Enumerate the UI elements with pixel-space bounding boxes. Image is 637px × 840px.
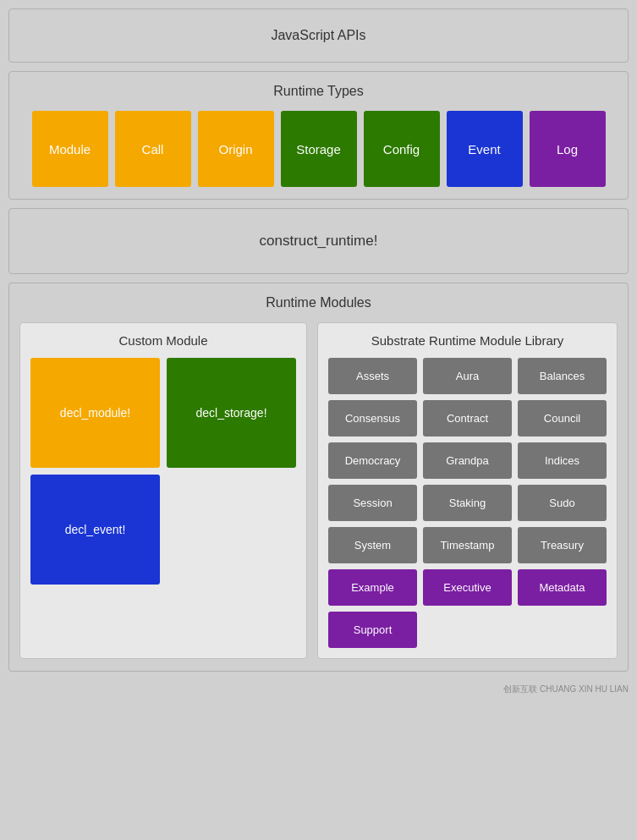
custom-module-title: Custom Module [30,333,296,348]
lib-treasury[interactable]: Treasury [518,527,607,563]
substrate-library-title: Substrate Runtime Module Library [328,333,607,348]
lib-democracy[interactable]: Democracy [328,442,417,479]
type-config[interactable]: Config [364,111,440,187]
type-storage[interactable]: Storage [281,111,357,187]
runtime-types-title: Runtime Types [19,84,618,99]
lib-system[interactable]: System [328,527,417,563]
custom-module-grid: decl_module! decl_storage! decl_event! [30,358,296,585]
lib-support[interactable]: Support [328,612,417,648]
custom-module-box: Custom Module decl_module! decl_storage!… [19,322,307,659]
decl-module-box[interactable]: decl_module! [30,358,160,468]
lib-council[interactable]: Council [518,400,607,436]
watermark: 创新互联 CHUANG XIN HU LIAN [8,680,629,695]
lib-contract[interactable]: Contract [423,400,512,436]
type-call[interactable]: Call [115,111,191,187]
lib-aura[interactable]: Aura [423,358,512,394]
lib-grandpa[interactable]: Grandpa [423,442,512,479]
decl-event-box[interactable]: decl_event! [30,475,160,585]
construct-runtime-title: construct_runtime! [19,233,618,250]
lib-indices[interactable]: Indices [518,442,607,479]
runtime-modules-section: Runtime Modules Custom Module decl_modul… [8,283,629,672]
lib-balances[interactable]: Balances [518,358,607,394]
lib-executive[interactable]: Executive [423,569,512,606]
substrate-library-box: Substrate Runtime Module Library Assets … [317,322,618,659]
lib-timestamp[interactable]: Timestamp [423,527,512,563]
runtime-types-section: Runtime Types Module Call Origin Storage… [8,71,629,200]
lib-assets[interactable]: Assets [328,358,417,394]
lib-consensus[interactable]: Consensus [328,400,417,436]
decl-storage-box[interactable]: decl_storage! [167,358,296,468]
lib-metadata[interactable]: Metadata [518,569,607,606]
javascript-apis-title: JavaScript APIs [19,28,618,43]
type-module[interactable]: Module [32,111,108,187]
lib-example[interactable]: Example [328,569,417,606]
grid-empty-1 [423,612,512,648]
grid-empty-2 [518,612,607,648]
lib-sudo[interactable]: Sudo [518,485,607,521]
runtime-types-grid: Module Call Origin Storage Config Event … [19,111,618,187]
runtime-modules-title: Runtime Modules [19,295,618,310]
construct-runtime-section: construct_runtime! [8,208,629,274]
type-event[interactable]: Event [447,111,523,187]
javascript-apis-section: JavaScript APIs [8,8,629,63]
lib-session[interactable]: Session [328,485,417,521]
lib-staking[interactable]: Staking [423,485,512,521]
type-origin[interactable]: Origin [198,111,274,187]
substrate-library-grid: Assets Aura Balances Consensus Contract … [328,358,607,648]
modules-inner: Custom Module decl_module! decl_storage!… [19,322,618,659]
type-log[interactable]: Log [530,111,606,187]
